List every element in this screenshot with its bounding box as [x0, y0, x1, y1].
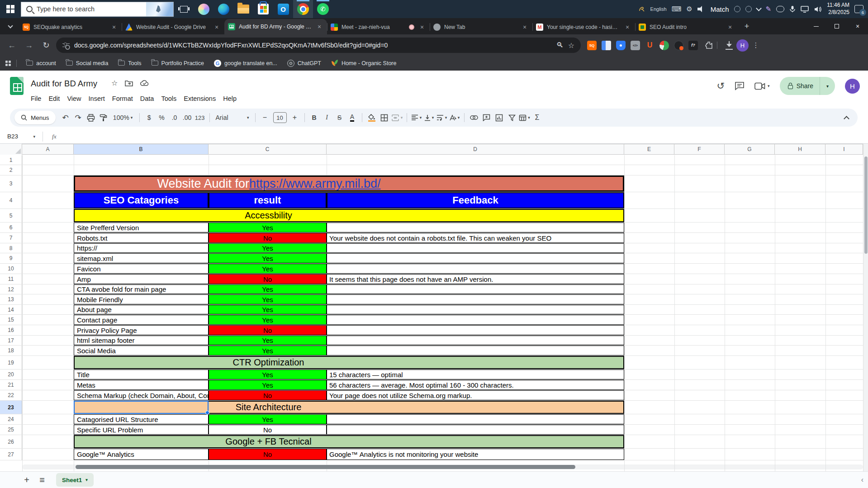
- bookmark-item[interactable]: Home - Organic Store: [326, 57, 402, 69]
- row-header-20[interactable]: 20: [0, 370, 22, 379]
- bookmark-item[interactable]: Portfolio Practice: [147, 57, 209, 69]
- font-size-input[interactable]: 10: [273, 112, 287, 123]
- header-cell-D4[interactable]: Feedback: [327, 192, 624, 208]
- cell-C18[interactable]: Yes: [209, 346, 327, 355]
- share-button[interactable]: Share ▾: [780, 77, 835, 95]
- audit-site-link[interactable]: https://www.army.mil.bd/: [249, 177, 381, 191]
- bold-button[interactable]: B: [308, 111, 321, 124]
- row-header-15[interactable]: 15: [0, 315, 22, 325]
- column-header-A[interactable]: A: [22, 144, 74, 154]
- audio-device-icon[interactable]: [697, 6, 706, 12]
- currency-format-button[interactable]: $: [143, 111, 156, 124]
- cell-C16[interactable]: No: [209, 325, 327, 335]
- address-bar[interactable]: docs.google.com/spreadsheets/d/1WKCTbBZW…: [56, 38, 581, 53]
- cell-C25[interactable]: No: [209, 425, 327, 435]
- cell-B8[interactable]: https://: [74, 243, 209, 253]
- cell-B11[interactable]: Amp: [74, 274, 209, 284]
- menu-data[interactable]: Data: [137, 93, 158, 104]
- cell-B25[interactable]: Specific URL Problem: [74, 425, 209, 435]
- move-folder-icon[interactable]: [125, 80, 133, 86]
- menu-edit[interactable]: Edit: [45, 93, 63, 104]
- cell-D6[interactable]: [327, 223, 624, 232]
- display-icon[interactable]: [801, 6, 809, 13]
- cell-B27[interactable]: Google™ Analytics: [74, 449, 209, 460]
- taskbar-clock[interactable]: 11:46 AM 2/8/2025: [827, 2, 849, 16]
- row-header-10[interactable]: 10: [0, 264, 22, 274]
- cell-D17[interactable]: [327, 336, 624, 345]
- row-header-1[interactable]: 1: [0, 155, 22, 165]
- tab-close-icon[interactable]: ×: [418, 23, 426, 31]
- row-header-11[interactable]: 11: [0, 274, 22, 284]
- site-info-icon[interactable]: [62, 42, 70, 48]
- microphone-icon[interactable]: [789, 5, 796, 13]
- table-tools-button[interactable]: ▾: [518, 111, 531, 124]
- strikethrough-button[interactable]: S: [333, 111, 346, 124]
- paint-format-button[interactable]: [97, 111, 110, 124]
- back-button[interactable]: ←: [5, 38, 19, 52]
- row-header-21[interactable]: 21: [0, 380, 22, 390]
- bookmark-item[interactable]: account: [21, 57, 61, 69]
- taskbar-edge-button[interactable]: [213, 0, 233, 18]
- collapse-toolbar-button[interactable]: [840, 111, 853, 124]
- meet-video-button[interactable]: ▾: [754, 82, 770, 90]
- audit-title-banner[interactable]: Website Audit for https://www.army.mil.b…: [74, 175, 624, 192]
- taskbar-search-box[interactable]: Type here to search: [21, 2, 174, 17]
- vertical-align-button[interactable]: ▾: [423, 111, 436, 124]
- cell-B14[interactable]: About page: [74, 305, 209, 314]
- cell-B10[interactable]: Favicon: [74, 264, 209, 274]
- column-header-B[interactable]: B: [74, 144, 209, 154]
- tab-close-icon[interactable]: ×: [726, 23, 734, 31]
- font-select[interactable]: Arial▾: [213, 111, 252, 124]
- comments-icon[interactable]: [735, 81, 745, 90]
- italic-button[interactable]: I: [321, 111, 333, 124]
- scroll-tabs-chevron-icon[interactable]: ‹: [861, 476, 863, 484]
- functions-button[interactable]: Σ: [531, 111, 544, 124]
- tab-search-button[interactable]: [4, 19, 17, 33]
- star-icon[interactable]: ☆: [111, 79, 118, 87]
- merge-cells-button[interactable]: ▾: [391, 111, 403, 124]
- cell-B16[interactable]: Privacy Policy Page: [74, 325, 209, 335]
- horizontal-scrollbar[interactable]: [22, 464, 863, 469]
- match-widget-icon[interactable]: [734, 6, 740, 12]
- bookmark-item[interactable]: ChatGPT: [282, 57, 326, 69]
- cell-B12[interactable]: CTA avobe fold for main page: [74, 284, 209, 294]
- more-formats-button[interactable]: 123: [194, 111, 206, 124]
- browser-tab[interactable]: Audit for BD Army - Google Sh...×: [224, 19, 327, 34]
- cell-D15[interactable]: [327, 315, 624, 325]
- cell-B18[interactable]: Social Media: [74, 346, 209, 355]
- pen-icon[interactable]: ✎: [766, 5, 772, 13]
- browser-tab[interactable]: New Tab×: [430, 19, 532, 34]
- forward-button[interactable]: →: [22, 38, 36, 52]
- cell-C22[interactable]: No: [209, 390, 327, 400]
- all-sheets-button[interactable]: ≡: [34, 472, 50, 488]
- cell-D22[interactable]: Your page does not utilize Schema.org ma…: [327, 390, 624, 400]
- checker-extension-icon[interactable]: [659, 41, 669, 50]
- increase-font-size-button[interactable]: +: [289, 111, 301, 124]
- cell-B22[interactable]: Schema Markup (check Domain, About, Cont: [74, 390, 209, 400]
- row-header-23[interactable]: 23: [0, 401, 22, 414]
- taskbar-outlook-button[interactable]: O: [273, 0, 293, 18]
- match-info-icon[interactable]: [745, 6, 752, 12]
- tab-close-icon[interactable]: ×: [213, 23, 221, 31]
- decrease-font-size-button[interactable]: −: [259, 111, 271, 124]
- row-header-25[interactable]: 25: [0, 425, 22, 435]
- url-text[interactable]: docs.google.com/spreadsheets/d/1WKCTbBZW…: [74, 42, 552, 49]
- section-row-5[interactable]: Accessbility: [74, 209, 624, 222]
- create-filter-button[interactable]: [506, 111, 518, 124]
- row-header-22[interactable]: 22: [0, 390, 22, 400]
- cell-B15[interactable]: Contact page: [74, 315, 209, 325]
- vertical-scrollbar[interactable]: [863, 144, 868, 471]
- scrollbar-thumb[interactable]: [76, 465, 575, 469]
- task-view-button[interactable]: [174, 0, 194, 18]
- tab-close-icon[interactable]: ×: [623, 23, 631, 31]
- column-header-D[interactable]: D: [327, 144, 624, 154]
- ime-match-label[interactable]: Match: [711, 5, 729, 13]
- search-highlight-image[interactable]: [146, 2, 173, 17]
- code-extension-icon[interactable]: </>: [631, 41, 640, 50]
- text-wrap-button[interactable]: ▾: [436, 111, 448, 124]
- version-history-icon[interactable]: ↺: [717, 81, 725, 91]
- tray-overflow-chevron-icon[interactable]: [756, 5, 762, 11]
- row-header-5[interactable]: 5: [0, 209, 22, 222]
- sheet-tab-sheet1[interactable]: Sheet1▾: [56, 473, 94, 487]
- share-options-button[interactable]: ▾: [820, 77, 835, 95]
